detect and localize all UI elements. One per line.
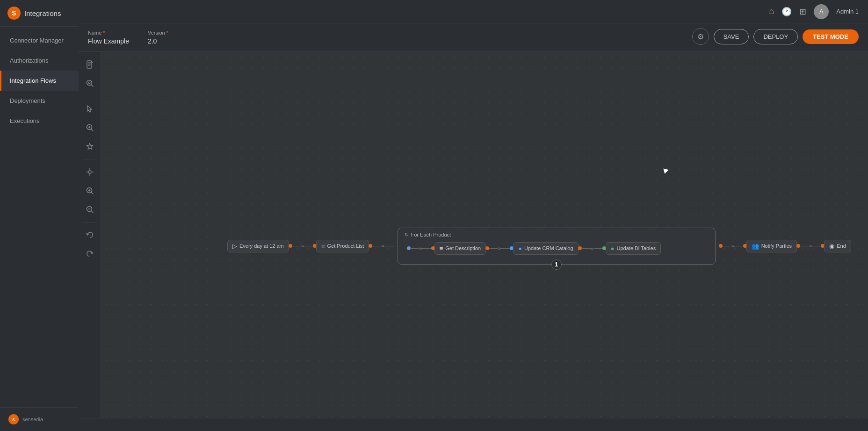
sidebar-footer: s sensedia [0,407,79,431]
user-name: Admin 1 [836,8,859,15]
main-area: ⌂ 🕐 ⊞ A Admin 1 Name * Flow Example Vers… [79,0,868,431]
tool-separator-3 [83,222,96,223]
canvas-area: ▷ Every day at 12 am » ≡ Get Product Lis… [79,52,868,418]
connector-9 [581,248,591,249]
update-crm-node[interactable]: ● Update CRM Catalog » [513,242,606,255]
trigger-label: Every day at 12 am [239,243,284,249]
connector-8 [501,248,510,249]
sidebar: S Integrations Connector Manager Authori… [0,0,79,431]
tool-separator-1 [83,96,96,96]
deploy-button[interactable]: DEPLOY [753,29,798,44]
trigger-node[interactable]: ▷ Every day at 12 am » [227,240,316,252]
svg-point-6 [88,82,90,84]
update-crm-box[interactable]: ● Update CRM Catalog [513,242,578,255]
tool-pointer[interactable] [82,101,98,117]
logo-icon: S [7,7,21,20]
tool-star[interactable] [82,138,98,154]
home-icon[interactable]: ⌂ [769,7,774,16]
sidebar-item-connector-manager[interactable]: Connector Manager [0,30,79,50]
connector-1 [292,246,301,247]
sidebar-nav: Connector Manager Authorizations Integra… [0,27,79,407]
tool-redo[interactable] [82,246,98,262]
settings-button[interactable]: ⚙ [692,28,709,45]
svg-rect-0 [87,61,92,68]
loop-label: ↻ For Each Product [405,232,451,238]
notify-parties-node[interactable]: 👥 Notify Parties » [746,240,825,252]
end-box[interactable]: ◉ End [824,240,851,252]
version-form-group: Version * 2.0 [148,30,168,45]
tool-search-zoom[interactable] [82,120,98,136]
tool-center[interactable] [82,164,98,180]
trigger-icon: ▷ [232,243,237,250]
sidebar-item-integration-flows[interactable]: Integration Flows [0,71,79,91]
sidebar-logo: S Integrations [0,0,79,27]
sidebar-item-executions[interactable]: Executions [0,111,79,131]
header-actions: ⚙ SAVE DEPLOY TEST MODE [692,28,859,45]
update-bi-box[interactable]: ● Update BI Tables [606,242,661,255]
connector-11 [722,246,731,247]
get-product-list-node[interactable]: ≡ Get Product List » [316,240,394,252]
version-label: Version * [148,30,168,36]
connector-7 [489,248,498,249]
logo-text: Integrations [24,9,61,17]
loop-inner: » ≡ Get Description » [407,242,706,255]
clock-icon[interactable]: 🕐 [781,7,792,17]
header-form: Name * Flow Example Version * 2.0 ⚙ SAVE… [79,23,868,52]
left-toolbar [79,52,101,418]
tool-search-node[interactable] [82,75,98,91]
end-node[interactable]: ◉ End [824,240,851,252]
loop-badge: 1 [551,259,562,270]
post-loop-connector: » [719,243,746,249]
notify-parties-label: Notify Parties [761,243,792,249]
connector-3 [372,246,381,247]
settings-icon: ⚙ [697,32,704,41]
notify-parties-box[interactable]: 👥 Notify Parties [746,240,797,252]
version-value[interactable]: 2.0 [148,37,168,45]
user-avatar[interactable]: A [814,4,829,19]
tool-zoom-in[interactable] [82,183,98,199]
version-required: * [166,30,168,36]
svg-line-8 [91,129,93,131]
connector-10 [593,248,603,249]
update-crm-icon: ● [518,245,522,252]
svg-point-11 [88,171,91,173]
sidebar-item-deployments[interactable]: Deployments [0,91,79,111]
loop-container: ↻ For Each Product » ≡ [398,228,716,265]
tool-undo[interactable] [82,227,98,243]
notify-parties-icon: 👥 [752,243,759,250]
test-mode-button[interactable]: TEST MODE [803,29,859,44]
get-description-label: Get Description [445,245,481,251]
trigger-box[interactable]: ▷ Every day at 12 am [227,240,289,252]
sidebar-item-authorizations[interactable]: Authorizations [0,50,79,71]
update-crm-label: Update CRM Catalog [524,245,573,251]
tool-zoom-out[interactable] [82,201,98,217]
topbar: ⌂ 🕐 ⊞ A Admin 1 [79,0,868,23]
flow-canvas[interactable]: ▷ Every day at 12 am » ≡ Get Product Lis… [101,52,868,418]
flow-container: ▷ Every day at 12 am » ≡ Get Product Lis… [227,228,851,265]
update-bi-label: Update BI Tables [617,245,656,251]
svg-line-5 [91,85,93,86]
get-description-node[interactable]: » ≡ Get Description » [407,242,514,255]
name-form-group: Name * Flow Example [88,30,129,45]
grid-icon[interactable]: ⊞ [799,7,806,17]
save-button[interactable]: SAVE [714,29,749,44]
update-bi-icon: ● [611,245,615,252]
get-product-list-icon: ≡ [321,243,325,250]
get-product-list-label: Get Product List [327,243,364,249]
tool-separator-2 [83,159,96,159]
tool-doc[interactable] [82,57,98,72]
get-product-list-box[interactable]: ≡ Get Product List [316,240,369,252]
connector-12 [734,246,744,247]
name-label: Name * [88,30,129,36]
connector-2 [304,246,313,247]
topbar-right: ⌂ 🕐 ⊞ A Admin 1 [769,4,859,19]
svg-line-21 [91,211,93,213]
get-description-box[interactable]: ≡ Get Description [434,242,486,255]
cursor-indicator [662,168,667,172]
connector-6 [422,248,432,249]
footer-logo-icon: s [8,414,19,424]
connector-5 [410,248,420,249]
update-bi-node[interactable]: ● Update BI Tables [606,242,661,255]
connector-4 [384,246,394,247]
name-value[interactable]: Flow Example [88,37,129,45]
